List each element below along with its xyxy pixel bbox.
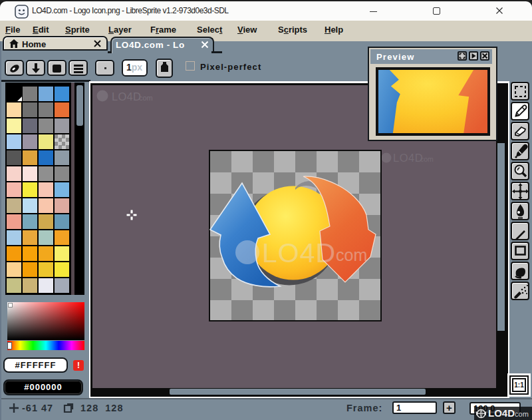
- svg-text:LO4D: LO4D: [262, 238, 336, 268]
- svg-text:LO4D: LO4D: [393, 152, 423, 164]
- svg-text:com: com: [139, 94, 153, 102]
- svg-text:com: com: [420, 155, 434, 163]
- svg-text:LO4D: LO4D: [112, 91, 141, 103]
- svg-text:com: com: [336, 246, 367, 264]
